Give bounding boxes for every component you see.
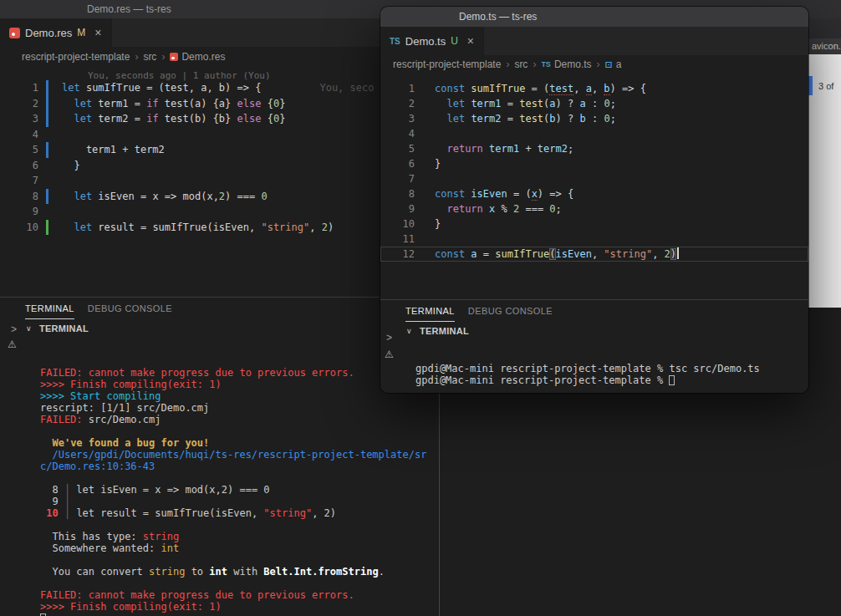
rescript-file-icon [9, 28, 20, 38]
line-number: 6 [0, 158, 38, 174]
panel-tab-debug-console[interactable]: DEBUG CONSOLE [88, 298, 172, 319]
code-text: const a = sumIfTrue(isEven, "string", 2) [435, 247, 679, 262]
git-gutter-modified [46, 96, 48, 112]
terminal-line: FAILED: cannot make progress due to prev… [40, 589, 841, 601]
git-gutter-modified [46, 142, 48, 158]
panel-tab-terminal[interactable]: TERMINAL [25, 298, 74, 319]
code-text: let result = sumIfTrue(isEven, "string",… [62, 220, 334, 236]
close-icon[interactable]: × [467, 35, 474, 47]
line-number: 1 [380, 81, 415, 96]
line-number: 2 [0, 96, 38, 112]
code-line-1[interactable]: 1const sumIfTrue = (test, a, b) => { [380, 81, 808, 96]
tab-demo-ts[interactable]: TS Demo.ts U × [380, 27, 484, 55]
breadcrumb: rescript-project-template›src›Demo.res [22, 47, 225, 67]
code-line-5[interactable]: 5 return term1 + term2; [380, 141, 808, 156]
git-gutter [46, 127, 48, 143]
terminal-line [40, 472, 841, 484]
breadcrumb-item-src[interactable]: src [143, 51, 156, 63]
terminal-line [40, 425, 841, 437]
front-panel: TERMINAL DEBUG CONSOLE ∨ TERMINAL > ⚠ gp… [380, 299, 808, 393]
breadcrumb-item-demo-res[interactable]: Demo.res [170, 51, 225, 63]
code-line-12[interactable]: 12const a = sumIfTrue(isEven, "string", … [380, 247, 808, 262]
background-browser-tab[interactable]: avicon. [808, 38, 841, 54]
panel-tab-debug-console[interactable]: DEBUG CONSOLE [468, 300, 553, 322]
terminal-line: FAILED: src/Demo.cmj [40, 414, 841, 425]
chevron-down-icon: ∨ [406, 327, 412, 335]
inline-blame-ghost-text: You, seco [319, 82, 374, 94]
chevron-right-icon[interactable]: > [386, 332, 392, 344]
terminal-line: rescript: [1/1] src/Demo.cmj [40, 402, 841, 414]
background-app-frame [808, 18, 841, 38]
terminal-line [40, 554, 841, 566]
git-gutter-modified [46, 80, 48, 96]
code-text: const isEven = (x) => { [435, 186, 573, 201]
back-window-title: Demo.res — ts-res [87, 0, 171, 18]
front-terminal-output[interactable]: gpdi@Mac-mini rescript-project-template … [380, 340, 808, 386]
terminal-section-label: TERMINAL [39, 323, 89, 333]
code-text: let term2 = test(b) ? b : 0; [435, 111, 616, 126]
git-gutter-modified [46, 189, 48, 205]
breadcrumb-separator: › [533, 59, 536, 70]
breadcrumb-item-rescript-project-template[interactable]: rescript-project-template [22, 51, 130, 63]
breadcrumb-separator: › [506, 59, 509, 70]
warning-icon[interactable]: ⚠ [8, 339, 17, 350]
code-line-2[interactable]: 2 let term1 = test(a) ? a : 0; [380, 96, 808, 111]
find-count: 3 of [818, 81, 833, 91]
breadcrumb-item-a[interactable]: ⊡a [605, 59, 622, 70]
terminal-section-header[interactable]: ∨ TERMINAL [380, 322, 808, 340]
code-line-11[interactable]: 11 [380, 232, 808, 247]
breadcrumb-item-demo-ts[interactable]: TSDemo.ts [541, 59, 591, 70]
code-line-7[interactable]: 7 [380, 171, 808, 186]
terminal-line [40, 578, 841, 589]
code-text: let term1 = if test(a) {a} else {0} [62, 96, 285, 112]
breadcrumb-separator: › [135, 51, 138, 63]
tab-label: Demo.ts [405, 35, 446, 48]
line-number: 8 [0, 189, 38, 205]
terminal-line: /Users/gpdi/Documents/huqi/ts-res/rescri… [40, 449, 841, 461]
terminal-cursor [669, 375, 675, 385]
close-icon[interactable]: × [94, 27, 101, 38]
breadcrumb-item-src[interactable]: src [514, 59, 528, 70]
breadcrumb-item-rescript-project-template[interactable]: rescript-project-template [393, 59, 501, 70]
git-gutter [46, 204, 48, 220]
code-text: term1 + term2 [62, 142, 165, 158]
git-gutter-modified [46, 111, 48, 127]
front-code-editor[interactable]: 1const sumIfTrue = (test, a, b) => {2 le… [380, 81, 808, 262]
warning-icon[interactable]: ⚠ [385, 349, 394, 360]
code-line-6[interactable]: 6} [380, 156, 808, 171]
terminal-line [415, 351, 808, 363]
tab-demo-res[interactable]: Demo.res M × [0, 18, 112, 47]
code-text: } [435, 156, 441, 171]
terminal-line: 10 │ let result = sumIfTrue(isEven, "str… [40, 507, 841, 519]
terminal-line: gpdi@Mac-mini rescript-project-template … [415, 374, 808, 386]
code-line-9[interactable]: 9 return x % 2 === 0; [380, 201, 808, 216]
code-text: return x % 2 === 0; [435, 201, 562, 216]
line-number: 1 [0, 80, 38, 96]
code-line-3[interactable]: 3 let term2 = test(b) ? b : 0; [380, 111, 808, 126]
background-app-content: 3 of [808, 54, 841, 308]
line-number: 7 [0, 173, 38, 189]
desktop: Demo.res — ts-res Demo.res M × rescript-… [0, 0, 841, 616]
line-number: 10 [380, 216, 415, 232]
panel-tab-terminal[interactable]: TERMINAL [405, 300, 455, 322]
code-line-10[interactable]: 10} [380, 216, 808, 232]
line-number: 4 [0, 127, 38, 143]
ts-icon: TS [541, 60, 551, 69]
line-number: 3 [0, 111, 38, 127]
background-app-window: avicon. 3 of [808, 18, 841, 308]
line-number: 5 [0, 142, 38, 158]
typescript-file-icon: TS [390, 37, 400, 46]
front-window-titlebar[interactable]: Demo.ts — ts-res [380, 7, 808, 27]
code-line-4[interactable]: 4 [380, 126, 808, 141]
chevron-right-icon[interactable]: > [11, 323, 17, 335]
code-text: let sumIfTrue = (test, a, b) => {You, se… [62, 80, 374, 96]
line-number: 7 [380, 171, 415, 186]
panel-tab-bar: TERMINAL DEBUG CONSOLE [380, 300, 808, 322]
code-text: return term1 + term2; [435, 141, 573, 156]
code-text: let term2 = if test(b) {b} else {0} [62, 111, 285, 127]
terminal-line [40, 519, 841, 531]
text-cursor [677, 247, 679, 259]
code-line-8[interactable]: 8const isEven = (x) => { [380, 186, 808, 201]
terminal-line: 9 │ [40, 496, 841, 507]
line-number: 2 [380, 96, 415, 111]
